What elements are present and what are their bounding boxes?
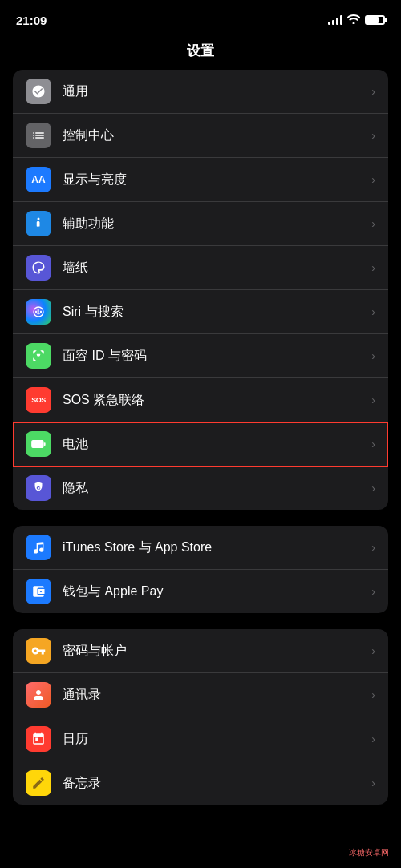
privacy-label: 隐私	[63, 480, 365, 497]
settings-item-control-center[interactable]: 控制中心 ›	[13, 114, 388, 158]
display-icon: AA	[26, 167, 51, 192]
control-center-chevron: ›	[371, 129, 375, 142]
contacts-chevron: ›	[371, 688, 375, 701]
sos-label: SOS 紧急联络	[63, 392, 365, 409]
signal-icon	[328, 15, 342, 25]
passwords-chevron: ›	[371, 644, 375, 657]
wallpaper-label: 墙纸	[63, 260, 365, 277]
sos-icon: SOS	[26, 387, 51, 413]
faceid-label: 面容 ID 与密码	[63, 348, 365, 365]
calendar-chevron: ›	[371, 733, 375, 745]
calendar-label: 日历	[63, 731, 365, 748]
status-bar: 21:09	[0, 0, 401, 35]
settings-item-passwords[interactable]: 密码与帐户 ›	[13, 629, 388, 673]
settings-item-wallpaper[interactable]: 墙纸 ›	[13, 246, 388, 290]
general-chevron: ›	[371, 85, 375, 98]
settings-item-battery[interactable]: 电池 ›	[13, 422, 388, 466]
control-center-label: 控制中心	[63, 127, 365, 144]
settings-item-sos[interactable]: SOS SOS 紧急联络 ›	[13, 378, 388, 422]
privacy-icon	[26, 475, 51, 501]
faceid-icon	[26, 343, 51, 369]
itunes-icon	[26, 535, 51, 560]
sos-chevron: ›	[371, 394, 375, 406]
passwords-icon	[26, 638, 51, 664]
settings-item-general[interactable]: 通用 ›	[13, 70, 388, 114]
svg-rect-0	[32, 441, 43, 448]
battery-label: 电池	[63, 436, 365, 453]
wallet-label: 钱包与 Apple Pay	[63, 583, 365, 600]
battery-status-icon	[365, 15, 385, 25]
notes-icon	[26, 770, 51, 796]
watermark: 冰糖安卓网	[345, 846, 393, 860]
settings-item-privacy[interactable]: 隐私 ›	[13, 466, 388, 510]
settings-item-calendar[interactable]: 日历 ›	[13, 717, 388, 761]
control-center-icon	[26, 123, 51, 148]
settings-item-faceid[interactable]: 面容 ID 与密码 ›	[13, 334, 388, 378]
notes-label: 备忘录	[63, 775, 365, 792]
page-title: 设置	[0, 35, 401, 70]
itunes-label: iTunes Store 与 App Store	[63, 539, 365, 556]
settings-section-1: 通用 › 控制中心 › AA 显示与亮度 › 辅助功能 ›	[13, 70, 388, 510]
contacts-icon	[26, 682, 51, 708]
settings-section-2: iTunes Store 与 App Store › 钱包与 Apple Pay…	[13, 526, 388, 613]
settings-item-siri[interactable]: Siri 与搜索 ›	[13, 290, 388, 334]
display-chevron: ›	[371, 173, 375, 186]
itunes-chevron: ›	[371, 541, 375, 554]
siri-icon	[26, 299, 51, 325]
settings-item-notes[interactable]: 备忘录 ›	[13, 761, 388, 805]
settings-item-accessibility[interactable]: 辅助功能 ›	[13, 202, 388, 246]
svg-rect-1	[44, 442, 46, 446]
notes-chevron: ›	[371, 777, 375, 789]
passwords-label: 密码与帐户	[63, 643, 365, 660]
calendar-icon	[26, 726, 51, 752]
wallpaper-icon	[26, 255, 51, 281]
battery-icon	[26, 431, 51, 457]
status-time: 21:09	[16, 14, 47, 27]
siri-label: Siri 与搜索	[63, 304, 365, 321]
general-label: 通用	[63, 83, 365, 100]
status-icons	[328, 14, 385, 26]
accessibility-label: 辅助功能	[63, 216, 365, 232]
display-label: 显示与亮度	[63, 172, 365, 188]
siri-chevron: ›	[371, 305, 375, 318]
wallet-icon	[26, 579, 51, 604]
privacy-chevron: ›	[371, 482, 375, 495]
battery-chevron: ›	[371, 438, 375, 450]
settings-item-display[interactable]: AA 显示与亮度 ›	[13, 158, 388, 202]
accessibility-icon	[26, 211, 51, 236]
accessibility-chevron: ›	[371, 217, 375, 230]
settings-item-contacts[interactable]: 通讯录 ›	[13, 673, 388, 717]
general-icon	[26, 79, 51, 104]
wallet-chevron: ›	[371, 585, 375, 598]
wallpaper-chevron: ›	[371, 261, 375, 274]
faceid-chevron: ›	[371, 349, 375, 362]
wifi-icon	[347, 14, 360, 26]
settings-section-3: 密码与帐户 › 通讯录 › 日历 › 备忘录 ›	[13, 629, 388, 805]
contacts-label: 通讯录	[63, 687, 365, 704]
settings-item-itunes[interactable]: iTunes Store 与 App Store ›	[13, 526, 388, 570]
settings-item-wallet[interactable]: 钱包与 Apple Pay ›	[13, 570, 388, 613]
